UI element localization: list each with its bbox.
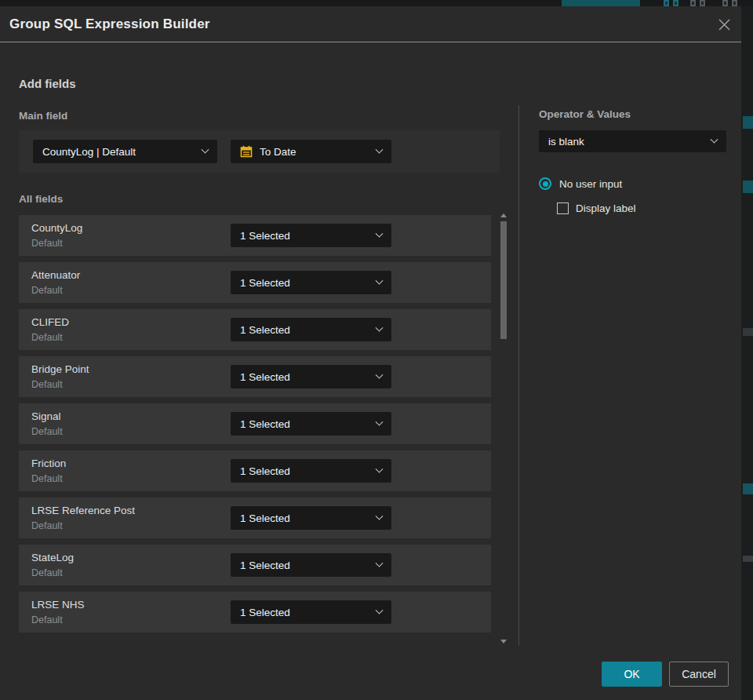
field-selected-dropdown[interactable]: 1 Selected [231,459,391,483]
operator-select[interactable]: is blank [539,130,726,152]
live-view-button[interactable]: Live view [562,0,640,6]
field-selected-value: 1 Selected [240,560,290,571]
field-subtitle: Default [31,379,63,390]
field-row: Attenuator Default 1 Selected [19,262,491,303]
background-toolbar-fragment [673,0,678,6]
all-fields-scrollbar[interactable] [499,212,508,645]
live-view-label: Live view [587,0,625,2]
field-name: Signal [31,410,61,422]
main-field-select-value: CountyLog | Default [42,146,136,158]
calendar-date-icon [240,145,253,158]
chevron-down-icon [376,606,384,614]
field-selected-value: 1 Selected [240,230,290,242]
field-name: LRSE NHS [31,599,85,611]
close-button[interactable] [716,16,732,32]
field-selected-value: 1 Selected [240,371,290,383]
field-row: LRSE NHS Default 1 Selected [19,592,491,633]
background-app-fragment [743,328,753,336]
all-fields-list: CountyLog Default 1 Selected Attenuator … [19,215,491,639]
field-subtitle: Default [31,567,63,578]
group-sql-expression-builder-dialog: Group SQL Expression Builder Add fields … [0,6,741,700]
field-subtitle: Default [31,614,63,625]
cancel-button[interactable]: Cancel [669,662,729,687]
dialog-header: Group SQL Expression Builder [0,6,741,42]
background-app-right-strip [741,6,753,700]
chevron-down-icon [376,465,384,472]
background-app-fragment [743,556,753,562]
chevron-down-icon [202,145,209,153]
no-user-input-radio[interactable]: No user input [539,177,622,190]
field-selected-value: 1 Selected [240,324,290,336]
field-row: CountyLog Default 1 Selected [19,215,491,256]
field-selected-dropdown[interactable]: 1 Selected [231,600,391,624]
close-icon [718,19,730,31]
checkbox-unchecked-icon [557,202,569,214]
field-subtitle: Default [31,520,63,531]
background-toolbar-fragment [690,0,696,6]
background-app-fragment [743,180,753,193]
field-name: CountyLog [31,222,82,234]
field-selected-dropdown[interactable]: 1 Selected [231,224,391,247]
field-row: CLIFED Default 1 Selected [19,309,491,350]
main-field-value-select[interactable]: To Date [231,140,391,163]
dialog-title: Group SQL Expression Builder [9,16,210,32]
scrollbar-down-arrow-icon[interactable] [500,640,507,643]
display-label-checkbox[interactable]: Display label [557,202,636,214]
chevron-down-icon [376,559,384,567]
operator-values-label: Operator & Values [539,108,631,120]
field-row: LRSE Reference Post Default 1 Selected [19,498,491,538]
field-selected-value: 1 Selected [240,277,290,289]
background-toolbar-fragment [722,0,728,6]
field-selected-dropdown[interactable]: 1 Selected [231,365,391,388]
field-selected-dropdown[interactable]: 1 Selected [231,553,391,577]
display-label-text: Display label [576,202,636,214]
background-app-fragment [743,116,753,129]
field-row: StateLog Default 1 Selected [19,545,491,585]
scrollbar-thumb[interactable] [500,221,507,339]
radio-selected-icon [539,177,551,190]
field-selected-dropdown[interactable]: 1 Selected [231,412,391,436]
field-subtitle: Default [31,426,63,437]
background-app-top-strip: Live view [0,0,753,6]
field-selected-value: 1 Selected [240,607,290,618]
field-name: StateLog [31,552,74,563]
field-name: Attenuator [31,269,80,281]
field-row: Friction Default 1 Selected [19,450,491,491]
chevron-down-icon [376,512,384,520]
background-app-fragment [743,483,753,494]
main-field-label: Main field [19,110,67,122]
all-fields-label: All fields [19,193,63,205]
chevron-down-icon [376,276,384,284]
field-name: Friction [31,458,66,469]
main-field-select[interactable]: CountyLog | Default [33,140,217,163]
chevron-down-icon [376,229,384,237]
chevron-down-icon [711,135,718,143]
field-selected-value: 1 Selected [240,418,290,430]
add-fields-heading: Add fields [19,77,76,90]
column-divider [518,105,519,645]
field-subtitle: Default [31,238,63,249]
field-row: Signal Default 1 Selected [19,403,491,444]
field-selected-dropdown[interactable]: 1 Selected [231,506,391,530]
field-selected-dropdown[interactable]: 1 Selected [231,271,391,294]
operator-select-value: is blank [548,136,584,148]
field-name: Bridge Point [31,363,89,375]
background-toolbar-fragment [700,0,705,6]
field-subtitle: Default [31,473,63,484]
field-row: Bridge Point Default 1 Selected [19,356,491,397]
field-selected-dropdown[interactable]: 1 Selected [231,318,391,341]
main-field-value-select-value: To Date [260,146,296,158]
ok-button[interactable]: OK [602,662,662,687]
chevron-down-icon [376,417,384,425]
no-user-input-label: No user input [559,178,622,190]
chevron-down-icon [376,370,384,378]
chevron-down-icon [376,323,384,331]
field-selected-value: 1 Selected [240,465,290,477]
field-name: LRSE Reference Post [31,505,135,516]
scrollbar-up-arrow-icon[interactable] [500,213,507,217]
background-toolbar-fragment [664,0,669,6]
field-subtitle: Default [31,332,63,343]
field-name: CLIFED [31,316,69,328]
background-toolbar-fragment [732,0,737,6]
field-subtitle: Default [31,285,63,296]
